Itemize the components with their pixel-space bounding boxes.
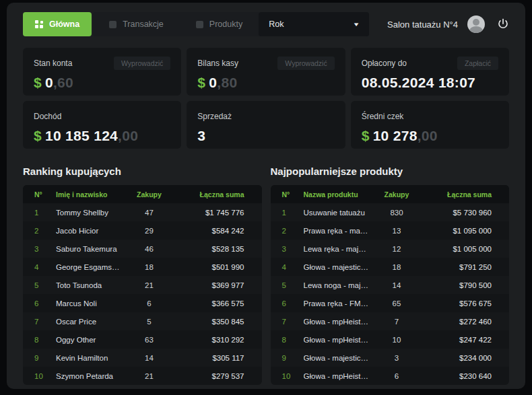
row-total: $350 845: [177, 318, 244, 326]
row-number: 1: [282, 209, 298, 217]
row-name: Głowa - majestic_overlay_158_M: [304, 354, 370, 362]
row-number: 7: [34, 318, 51, 326]
period-select[interactable]: Rok ▼: [259, 12, 369, 36]
period-select-value: Rok: [269, 20, 284, 29]
row-name: Toto Tsunoda: [56, 281, 122, 289]
grid-icon: [35, 20, 43, 28]
row-name: Głowa - mpHeist3_Tat_010_M: [304, 336, 370, 344]
row-number: 3: [282, 245, 298, 253]
top-bar-right: Salon tatuażu N°4: [387, 15, 509, 33]
card-value: 3: [197, 128, 334, 144]
table-row: 9Kevin Hamilton14$305 117: [23, 349, 262, 367]
row-purchases: 14: [127, 354, 172, 362]
tab-transakcje[interactable]: Transakcje: [93, 12, 180, 36]
withdraw-button[interactable]: Wyprowadzić: [277, 57, 334, 70]
row-total: $369 977: [177, 281, 244, 289]
row-total: $279 537: [177, 372, 244, 380]
withdraw-button[interactable]: Wyprowadzić: [114, 57, 170, 70]
row-number: 2: [282, 227, 298, 235]
buyers-ranking: Ranking kupujących N° Imię i nazwisko Za…: [23, 166, 262, 385]
row-number: 10: [282, 372, 298, 380]
row-number: 3: [34, 245, 51, 253]
row-purchases: 13: [374, 227, 419, 235]
row-number: 4: [282, 263, 298, 271]
row-name: Marcus Noli: [56, 299, 122, 308]
card-label: Stan konta: [34, 59, 72, 68]
row-number: 1: [34, 209, 51, 217]
row-purchases: 6: [374, 372, 419, 380]
tables-section: Ranking kupujących N° Imię i nazwisko Za…: [23, 166, 509, 385]
tab-produkty[interactable]: Produkty: [180, 12, 259, 36]
table-row: 4Głowa - majestic_overlay_122_M18$791 25…: [271, 258, 510, 276]
row-name: Jacob Hicior: [56, 227, 122, 235]
row-purchases: 830: [374, 209, 419, 217]
row-purchases: 29: [127, 227, 172, 235]
card-label: Bilans kasy: [197, 59, 238, 68]
row-total: $790 500: [424, 281, 492, 289]
card-label: Opłacony do: [362, 59, 407, 68]
card-value: $0,60: [34, 75, 170, 91]
currency-sign: $: [197, 75, 205, 90]
row-purchases: 6: [127, 299, 172, 308]
stat-cards: Stan konta Wyprowadzić $0,60 Bilans kasy…: [23, 48, 509, 149]
table-row: 10Szymon Petarda21$279 537: [23, 367, 262, 385]
row-number: 5: [282, 281, 298, 289]
row-total: $584 242: [177, 227, 244, 235]
table-row: 7Oscar Price5$350 845: [23, 312, 262, 330]
row-name: Szymon Petarda: [56, 372, 122, 380]
row-name: Oggy Other: [56, 336, 122, 344]
tab-strip: Transakcje Produkty Rok ▼: [93, 12, 369, 36]
row-purchases: 12: [374, 245, 419, 253]
card-bilans-kasy: Bilans kasy Wyprowadzić $0,80: [187, 48, 345, 96]
row-purchases: 21: [127, 372, 172, 380]
square-icon: [109, 21, 117, 28]
table-row: 3Saburo Takemura46$528 135: [23, 240, 262, 258]
row-number: 2: [34, 227, 51, 235]
row-total: $305 117: [177, 354, 244, 362]
header-purchases: Zakupy: [127, 190, 172, 199]
tab-label: Główna: [49, 20, 79, 29]
table-row: 1Tommy Shellby47$1 745 776: [23, 203, 262, 221]
header-no: N°: [282, 190, 298, 199]
row-name: Lewa ręka - majestic_tattoo_07_M: [304, 245, 370, 253]
row-name: Prawa ręka - majestic_tattoo_06_M: [304, 227, 370, 235]
currency-sign: $: [362, 128, 370, 143]
products-table: N° Nazwa produktu Zakupy Łączna suma 1Us…: [271, 185, 510, 385]
row-purchases: 3: [374, 354, 419, 362]
row-purchases: 63: [127, 336, 172, 344]
row-name: Kevin Hamilton: [56, 354, 122, 362]
row-purchases: 21: [127, 281, 172, 289]
card-sprzedaz: Sprzedaż 3: [187, 101, 345, 149]
pay-button[interactable]: Zapłacić: [457, 57, 498, 70]
card-sredni-czek: Średni czek $10 278,00: [351, 101, 509, 149]
row-purchases: 18: [127, 263, 172, 271]
card-label: Średni czek: [362, 112, 404, 121]
table-header-row: N° Imię i nazwisko Zakupy Łączna suma: [23, 185, 262, 203]
header-purchases: Zakupy: [374, 190, 419, 199]
card-dochod: Dochód $10 185 124,00: [23, 101, 181, 149]
row-purchases: 14: [374, 281, 419, 289]
user-avatar[interactable]: [467, 15, 485, 33]
row-total: $528 135: [177, 245, 244, 253]
power-button[interactable]: [497, 18, 509, 30]
header-name: Imię i nazwisko: [56, 190, 122, 199]
row-name: Głowa - mpHeist3_Tat_011_M: [304, 318, 370, 326]
tab-glowna[interactable]: Główna: [23, 12, 92, 36]
card-value: $0,80: [197, 75, 334, 91]
table-row: 4George Esgamsejgofek18$501 990: [23, 258, 262, 276]
row-number: 7: [282, 318, 298, 326]
row-purchases: 7: [374, 318, 419, 326]
row-total: $234 000: [424, 354, 492, 362]
card-stan-konta: Stan konta Wyprowadzić $0,60: [23, 48, 181, 96]
row-total: $247 422: [424, 336, 492, 344]
table-row: 9Głowa - majestic_overlay_158_M3$234 000: [271, 349, 510, 367]
row-name: Saburo Takemura: [56, 245, 122, 253]
row-name: Usuwanie tatuażu: [304, 209, 370, 217]
row-total: $310 292: [177, 336, 244, 344]
table-row: 6Prawa ręka - FM_Tat_M_00165$576 675: [271, 294, 510, 312]
row-name: Lewa noga - majestic_overlay_133_M: [304, 281, 370, 289]
table-row: 1Usuwanie tatuażu830$5 730 960: [271, 203, 510, 221]
row-number: 8: [34, 336, 51, 344]
card-oplacony-do: Opłacony do Zapłacić 08.05.2024 18:07: [351, 48, 509, 96]
table-body: 1Tommy Shellby47$1 745 7762Jacob Hicior2…: [23, 203, 262, 385]
